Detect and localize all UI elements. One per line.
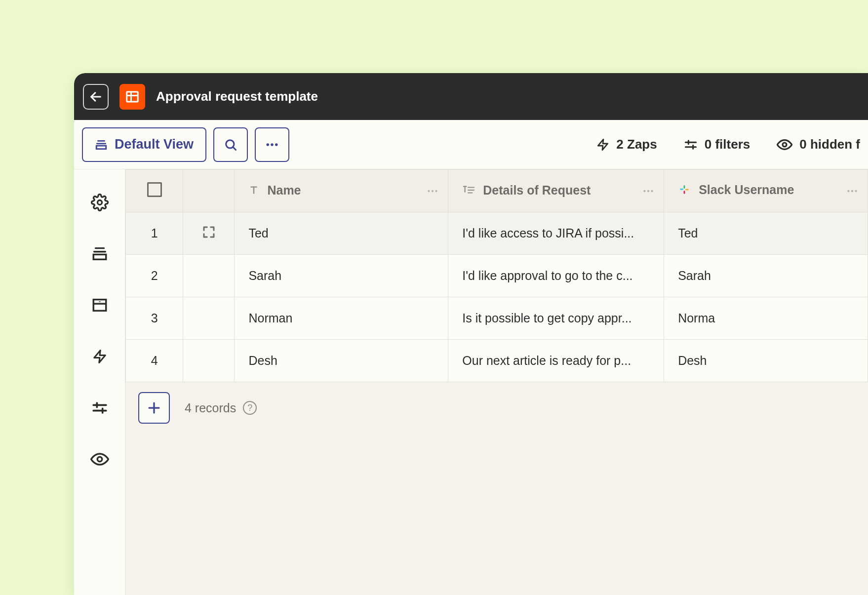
column-menu[interactable] [642, 185, 655, 198]
svg-point-17 [783, 143, 787, 147]
more-horizontal-icon [846, 185, 859, 198]
cell-slack[interactable]: Desh [664, 340, 868, 382]
panel-icon [91, 297, 108, 314]
column-menu[interactable] [426, 185, 439, 198]
expand-row[interactable] [183, 255, 235, 297]
left-rail [74, 169, 125, 595]
expand-row[interactable] [183, 340, 235, 382]
cell-details[interactable]: Our next article is ready for p... [448, 340, 664, 382]
cell-slack[interactable]: Ted [664, 212, 868, 255]
table-row[interactable]: 1 Ted I'd like access to JIRA if possi..… [126, 212, 868, 255]
page-title: Approval request template [156, 89, 318, 104]
expand-icon [201, 225, 216, 239]
zaps-label: 2 Zaps [616, 137, 657, 152]
data-table: Name Details of Request [125, 169, 868, 382]
rail-views[interactable] [90, 244, 109, 263]
cards-icon [91, 245, 108, 262]
table-row[interactable]: 3 Norman Is it possible to get copy appr… [126, 297, 868, 340]
svg-point-49 [851, 190, 853, 192]
rail-visibility[interactable] [90, 450, 109, 469]
sliders-icon [684, 138, 698, 152]
cell-details[interactable]: I'd like approval to go to the c... [448, 255, 664, 297]
grid-icon [125, 89, 140, 104]
rail-filters[interactable] [90, 398, 109, 417]
view-switcher[interactable]: Default View [82, 127, 206, 162]
column-header-slack[interactable]: Slack Username [664, 170, 868, 212]
expand-row[interactable] [183, 297, 235, 340]
more-horizontal-icon [426, 185, 439, 198]
arrow-left-icon [89, 90, 103, 104]
longtext-type-icon [462, 185, 475, 196]
eye-icon [777, 137, 792, 153]
add-row-button[interactable] [138, 392, 170, 424]
search-button[interactable] [213, 127, 248, 162]
expand-row[interactable] [183, 212, 235, 255]
cell-name[interactable]: Desh [235, 340, 448, 382]
rail-layout[interactable] [90, 296, 109, 315]
svg-rect-21 [93, 254, 106, 259]
cell-name[interactable]: Ted [235, 212, 448, 255]
slack-icon [678, 183, 691, 196]
svg-point-18 [97, 200, 102, 205]
search-icon [224, 138, 237, 152]
svg-marker-12 [598, 139, 608, 150]
svg-point-41 [643, 190, 645, 192]
select-all-header[interactable] [126, 170, 183, 212]
filters-stat[interactable]: 0 filters [684, 137, 750, 152]
svg-rect-22 [93, 300, 106, 311]
hidden-fields-stat[interactable]: 0 hidden f [777, 137, 860, 153]
svg-rect-1 [127, 92, 138, 102]
svg-point-48 [847, 190, 849, 192]
svg-point-10 [271, 143, 274, 146]
toolbar: Default View 2 Zaps 0 filters 0 hidden f [74, 120, 868, 169]
eye-icon [90, 450, 109, 469]
more-horizontal-icon [642, 185, 655, 198]
cards-icon [95, 138, 108, 151]
svg-point-43 [651, 190, 653, 192]
filters-label: 0 filters [705, 137, 750, 152]
column-label: Slack Username [699, 183, 794, 197]
view-label: Default View [115, 137, 194, 152]
cell-slack[interactable]: Norma [664, 297, 868, 340]
gear-icon [91, 194, 109, 211]
svg-point-35 [435, 190, 437, 192]
row-number: 2 [126, 255, 183, 297]
svg-point-9 [267, 143, 270, 146]
row-number: 1 [126, 212, 183, 255]
svg-line-8 [233, 147, 236, 150]
column-menu[interactable] [846, 185, 859, 198]
zaps-stat[interactable]: 2 Zaps [596, 137, 657, 152]
help-icon[interactable]: ? [243, 401, 257, 415]
svg-rect-45 [684, 186, 685, 189]
plus-icon [147, 400, 161, 415]
table-row[interactable]: 2 Sarah I'd like approval to go to the c… [126, 255, 868, 297]
cell-details[interactable]: Is it possible to get copy appr... [448, 297, 664, 340]
svg-point-33 [428, 190, 430, 192]
column-header-details[interactable]: Details of Request [448, 170, 664, 212]
app-window: Approval request template Default View 2… [74, 73, 868, 595]
svg-marker-25 [94, 351, 105, 363]
svg-point-42 [647, 190, 649, 192]
rail-settings[interactable] [90, 193, 109, 212]
column-header-name[interactable]: Name [235, 170, 448, 212]
titlebar: Approval request template [74, 73, 868, 120]
back-button[interactable] [83, 84, 109, 110]
svg-point-11 [275, 143, 278, 146]
cell-details[interactable]: I'd like access to JIRA if possi... [448, 212, 664, 255]
table-header-row: Name Details of Request [126, 170, 868, 212]
svg-point-50 [855, 190, 857, 192]
svg-rect-46 [685, 189, 689, 191]
cell-slack[interactable]: Sarah [664, 255, 868, 297]
more-button[interactable] [255, 127, 289, 162]
table-row[interactable]: 4 Desh Our next article is ready for p..… [126, 340, 868, 382]
svg-point-30 [97, 457, 102, 462]
checkbox-icon [147, 182, 162, 197]
bolt-icon [596, 137, 609, 152]
rail-automations[interactable] [90, 347, 109, 366]
records-count: 4 records ? [185, 401, 257, 415]
records-label-text: 4 records [185, 401, 236, 415]
svg-rect-47 [684, 191, 685, 194]
cell-name[interactable]: Norman [235, 297, 448, 340]
cell-name[interactable]: Sarah [235, 255, 448, 297]
row-number: 3 [126, 297, 183, 340]
